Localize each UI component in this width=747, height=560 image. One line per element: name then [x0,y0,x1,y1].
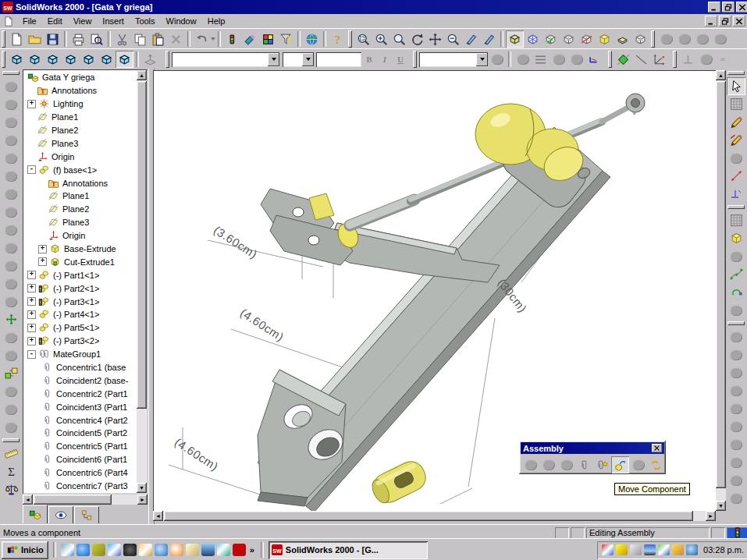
menu-help[interactable]: Help [202,15,231,27]
undo-dropdown-arrow[interactable] [211,37,215,43]
scroll-thumb[interactable] [164,511,693,521]
tree-expand-toggle[interactable]: + [27,324,36,332]
tree-item[interactable]: Plane3 [24,136,136,150]
open-button[interactable] [26,30,44,48]
disabled-line-tool-button[interactable] [488,51,506,68]
spline-button[interactable] [727,265,745,283]
menu-window[interactable]: Window [161,15,202,27]
doc-minimize-button[interactable] [705,16,717,27]
disabled-feature-button[interactable] [727,346,745,363]
menu-insert[interactable]: Insert [97,15,130,27]
title-bar[interactable]: SolidWorks 2000 - [Gata Y griega] [0,0,747,14]
bold-button[interactable]: B [361,51,377,67]
wireframe-button[interactable] [524,30,542,48]
tree-expand-toggle[interactable]: + [27,310,36,319]
scroll-thumb[interactable] [716,81,726,488]
tree-item[interactable]: Concentric2 (Part1 [24,387,136,400]
quick-launch-overflow[interactable]: » [248,545,256,555]
tree-expand-toggle[interactable]: + [27,284,36,292]
disabled-feature-button[interactable] [2,203,20,221]
disabled-feature-button[interactable] [675,30,693,48]
viewport-hscrollbar[interactable]: ◄ ► [153,511,716,521]
tree-item[interactable]: Plane1 [24,111,136,124]
toolbar-grip[interactable] [348,30,352,48]
disabled-feature-button[interactable] [727,363,745,381]
toolbar-grip[interactable] [651,30,655,48]
assembly-floating-toolbar[interactable]: Assembly [519,441,666,474]
scroll-down-arrow[interactable]: ▼ [137,483,147,493]
zoom-to-area-button[interactable] [390,30,408,48]
redraw-button[interactable] [241,30,259,48]
extrude-boss-button[interactable] [727,229,745,247]
move-component-button[interactable] [611,456,629,473]
top-view-button[interactable] [80,51,98,68]
pan-button[interactable] [426,30,444,48]
assembly-toolbar-close-button[interactable] [652,444,662,452]
disabled-feature-button[interactable] [2,418,20,436]
front-view-button[interactable] [8,51,26,68]
disabled-feature-button[interactable] [2,167,20,185]
toolbar-grip[interactable] [2,51,5,68]
zoom-out-button[interactable] [444,30,462,48]
tree-item[interactable]: Coincident6 (Part1 [24,453,136,466]
centerline-button[interactable] [632,51,650,68]
disabled-feature-button[interactable] [727,417,745,435]
edit-part-button[interactable] [557,456,575,473]
tree-item[interactable]: Coincident3 (Part1 [24,400,136,413]
line-thickness-button[interactable] [532,51,550,68]
print-button[interactable] [69,30,87,48]
print-preview-button[interactable] [87,30,105,48]
tree-item[interactable]: Annotations [24,176,136,190]
normal-to-button[interactable] [141,51,159,68]
scroll-right-arrow[interactable]: ► [137,494,148,505]
disabled-feature-button[interactable] [2,400,20,418]
menu-tools[interactable]: Tools [130,15,161,27]
simulation-button[interactable] [629,456,647,473]
tree-item[interactable]: Concentric4 (Part2 [24,413,136,427]
tree-item[interactable]: +(-) Part3<1> [24,295,136,308]
scroll-thumb[interactable] [137,81,147,409]
internet-button[interactable] [303,30,321,48]
mate-button[interactable] [575,456,593,473]
help-button[interactable] [329,30,347,48]
disabled-feature-button[interactable] [2,113,20,131]
disabled-feature-button[interactable] [2,149,20,167]
tree-item[interactable]: Annotations [24,84,136,97]
add-relation-button[interactable] [727,185,745,203]
record-icon[interactable] [123,544,137,556]
solidworks-icon[interactable] [233,544,246,556]
tree-item[interactable]: +(-) Part4<1> [24,308,136,321]
disabled-feature-button[interactable] [2,275,20,292]
assembly-toolbar-titlebar[interactable]: Assembly [521,442,664,454]
disabled-feature-button[interactable] [2,257,20,275]
disabled-feature-button[interactable] [727,471,745,489]
hide-component-button[interactable] [521,456,539,473]
viewport-vscrollbar[interactable]: ▲ ▼ [716,70,726,511]
disabled-line-tool-button[interactable] [550,51,567,68]
named-view-button[interactable] [480,30,498,48]
shaded-button[interactable] [506,30,524,48]
rebuild-button[interactable] [223,30,241,48]
move-component-side-button[interactable] [2,310,20,328]
font-name-combo[interactable] [172,52,279,67]
toolbar-grip[interactable] [727,321,745,325]
zoom-to-fit-button[interactable] [354,30,372,48]
3d-sketch-button[interactable] [727,131,745,149]
model-yellow-roller[interactable] [368,457,430,508]
3d-curve-button[interactable] [727,283,745,301]
component-pattern-button[interactable] [2,364,20,382]
tree-item[interactable]: -(f) base<1> [24,163,136,176]
tree-item[interactable]: Concentric5 (Part1 [24,440,136,453]
hidden-in-gray-button[interactable] [542,30,560,48]
photo-icon[interactable] [217,544,230,556]
ellipse-button[interactable] [727,301,745,319]
hatch-button[interactable] [727,211,745,229]
scroll-right-arrow[interactable]: ► [706,511,716,521]
toolbar-grip[interactable] [2,438,20,442]
measure-button[interactable] [2,445,20,463]
msn-icon[interactable] [108,544,121,556]
italic-button[interactable]: I [377,51,393,67]
line-style-combo[interactable] [419,52,488,67]
icq-icon[interactable] [92,544,105,556]
menu-edit[interactable]: Edit [42,15,68,27]
